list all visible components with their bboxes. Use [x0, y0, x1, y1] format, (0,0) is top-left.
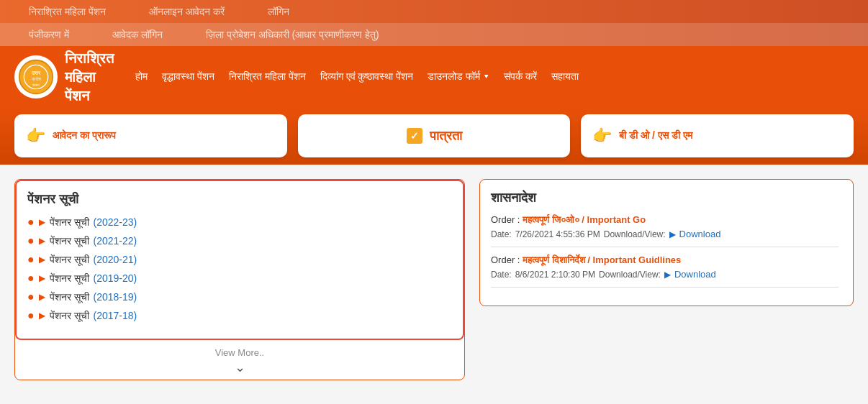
order-name-1: महत्वपूर्ण जि०ओ० / Important Go [523, 214, 646, 225]
info-card-patra[interactable]: ✓ पात्रता [298, 114, 571, 157]
item-year-3: (2020-21) [94, 254, 137, 265]
info-card-aavedan[interactable]: 👉 आवेदन का प्रारूप [14, 114, 287, 157]
list-item[interactable]: ● ▶ पेंशनर सूची (2018-19) [27, 290, 452, 303]
shasnadesh-title: शासनादेश [491, 190, 842, 206]
bullet-2: ● [27, 234, 35, 247]
bullet-4: ● [27, 272, 35, 285]
order-word-2: Order : [491, 254, 520, 265]
banner-text-3: लॉगिन [268, 6, 289, 18]
nav-help[interactable]: सहायता [551, 70, 579, 83]
patra-text: पात्रता [430, 129, 462, 144]
logo-area: उत्तर प्रदेश शासन निराश्रित महिला पेंशन [14, 49, 114, 105]
item-text-1: पेंशनर सूची [50, 216, 89, 229]
header: उत्तर प्रदेश शासन निराश्रित महिला पेंशन … [0, 46, 868, 107]
download-arrow-2: ▶ [664, 270, 671, 280]
order-date-row-1: Date: 7/26/2021 4:55:36 PM Download/View… [491, 229, 838, 239]
item-year-5: (2018-19) [94, 291, 137, 303]
right-section: शासनादेश Order : महत्वपूर्ण जि०ओ० / Impo… [479, 179, 854, 380]
patra-checkbox-icon: ✓ [407, 128, 422, 144]
bdo-text: बी डी ओ / एस डी एम [619, 129, 692, 143]
list-item[interactable]: ● ▶ पेंशनर सूची (2017-18) [27, 309, 452, 322]
nav-home[interactable]: होम [135, 70, 148, 83]
info-card-bdo[interactable]: 👉 बी डी ओ / एस डी एम [581, 114, 854, 157]
chevron-down-icon: ⌄ [235, 359, 245, 375]
bullet-3: ● [27, 253, 35, 266]
nav-divyang[interactable]: दिव्यांग एवं कुष्ठावस्था पेंशन [320, 70, 414, 83]
order-label-1: Order : महत्वपूर्ण जि०ओ० / Important Go [491, 214, 838, 226]
banner2-text-2: आवेदक लॉगिन [112, 29, 163, 41]
order-name-2: महत्वपूर्ण दिशानिर्देश / Important Guidl… [523, 254, 681, 265]
item-text-4: पेंशनर सूची [50, 272, 89, 285]
arrow-4: ▶ [39, 273, 45, 283]
shasnadesh-content[interactable]: Order : महत्वपूर्ण जि०ओ० / Important Go … [491, 214, 842, 295]
bullet-1: ● [27, 216, 35, 229]
order-label-2: Order : महत्वपूर्ण दिशानिर्देश / Importa… [491, 254, 838, 266]
arrow-5: ▶ [39, 292, 45, 302]
second-blurred-banner: पंजीकरण में आवेदक लॉगिन ज़िला प्रोबेशन अ… [0, 23, 868, 46]
left-section: पेंशनर सूची ● ▶ पेंशनर सूची (2022-23) ● … [14, 179, 465, 380]
banner-text-2: ऑनलाइन आवेदन करें [149, 6, 225, 18]
item-text-3: पेंशनर सूची [50, 254, 89, 266]
date-label-2: Date: [491, 270, 512, 280]
order-block-1: Order : महत्वपूर्ण जि०ओ० / Important Go … [491, 214, 838, 247]
banner-text-1: निराश्रित महिला पेंशन [29, 6, 106, 18]
logo: उत्तर प्रदेश शासन [14, 55, 58, 98]
item-year-4: (2019-20) [94, 272, 137, 284]
nav-nirashrit[interactable]: निराश्रित महिला पेंशन [229, 70, 306, 83]
item-text-6: पेंशनर सूची [50, 310, 89, 322]
download-link-2[interactable]: Download [674, 269, 716, 280]
nav-download[interactable]: डाउनलोड फॉर्म ▾ [428, 70, 489, 83]
pensioner-list: ● ▶ पेंशनर सूची (2022-23) ● ▶ पेंशनर सूच… [27, 216, 452, 322]
order-date-row-2: Date: 8/6/2021 2:10:30 PM Download/View:… [491, 269, 838, 280]
order-word-1: Order : [491, 214, 520, 225]
site-title: निराश्रित महिला पेंशन [65, 49, 114, 105]
info-cards-row: 👉 आवेदन का प्रारूप ✓ पात्रता 👉 बी डी ओ /… [0, 107, 868, 165]
nav-contact[interactable]: संपर्क करें [504, 70, 537, 83]
item-text-2: पेंशनर सूची [50, 235, 89, 247]
date-value-1: 7/26/2021 4:55:36 PM [515, 229, 600, 239]
download-arrow-1: ▶ [669, 229, 676, 239]
main-content: पेंशनर सूची ● ▶ पेंशनर सूची (2022-23) ● … [0, 165, 868, 395]
item-year-6: (2017-18) [94, 310, 137, 321]
list-item[interactable]: ● ▶ पेंशनर सूची (2021-22) [27, 234, 452, 247]
item-text-5: पेंशनर सूची [50, 291, 89, 303]
view-more[interactable]: View More.. [15, 347, 464, 358]
main-nav: होम वृद्धावस्था पेंशन निराश्रित महिला पे… [135, 70, 579, 83]
item-year-1: (2022-23) [94, 216, 137, 228]
aavedan-text: आवेदन का प्रारूप [53, 129, 116, 143]
arrow-1: ▶ [39, 217, 45, 227]
arrow-3: ▶ [39, 254, 45, 265]
download-link-1[interactable]: Download [679, 229, 721, 239]
pensioner-card: पेंशनर सूची ● ▶ पेंशनर सूची (2022-23) ● … [15, 180, 464, 340]
svg-text:प्रदेश: प्रदेश [31, 76, 41, 82]
shasnadesh-card: शासनादेश Order : महत्वपूर्ण जि०ओ० / Impo… [479, 179, 854, 306]
date-value-2: 8/6/2021 2:10:30 PM [515, 270, 595, 280]
download-label-1: Download/View: [604, 229, 666, 239]
svg-text:उत्तर: उत्तर [31, 70, 41, 75]
arrow-6: ▶ [39, 311, 45, 321]
download-label-2: Download/View: [599, 270, 661, 280]
pointer-icon-1: 👉 [26, 127, 45, 145]
list-item[interactable]: ● ▶ पेंशनर सूची (2019-20) [27, 272, 452, 285]
bullet-5: ● [27, 290, 35, 303]
list-item[interactable]: ● ▶ पेंशनर सूची (2020-21) [27, 253, 452, 266]
pensioner-title: पेंशनर सूची [27, 192, 452, 207]
top-blurred-banner: निराश्रित महिला पेंशन ऑनलाइन आवेदन करें … [0, 0, 868, 23]
nav-vridha[interactable]: वृद्धावस्था पेंशन [162, 70, 214, 83]
list-item[interactable]: ● ▶ पेंशनर सूची (2022-23) [27, 216, 452, 229]
svg-text:शासन: शासन [32, 83, 40, 87]
arrow-2: ▶ [39, 236, 45, 246]
banner2-text-3: ज़िला प्रोबेशन अधिकारी (आधार प्रमाणीकरण … [206, 29, 379, 41]
order-block-2: Order : महत्वपूर्ण दिशानिर्देश / Importa… [491, 254, 838, 288]
pensioner-outer-card: पेंशनर सूची ● ▶ पेंशनर सूची (2022-23) ● … [14, 179, 465, 380]
banner2-text-1: पंजीकरण में [29, 29, 69, 41]
item-year-2: (2021-22) [94, 235, 137, 247]
bullet-6: ● [27, 309, 35, 322]
date-label-1: Date: [491, 229, 512, 239]
pointer-icon-2: 👉 [592, 127, 612, 145]
